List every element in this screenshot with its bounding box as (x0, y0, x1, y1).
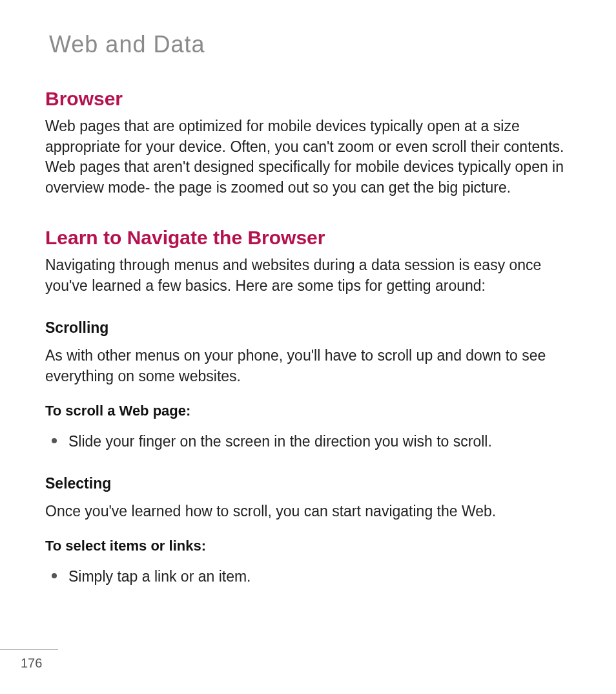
selecting-body-text: Once you've learned how to scroll, you c… (45, 501, 571, 522)
selecting-bullet-list: Simply tap a link or an item. (45, 566, 571, 587)
chapter-title: Web and Data (49, 31, 571, 58)
scrolling-instruction-label: To scroll a Web page: (45, 403, 571, 419)
manual-page: Web and Data Browser Web pages that are … (0, 0, 616, 694)
footer-divider (0, 649, 58, 650)
list-item: Slide your finger on the screen in the d… (45, 431, 571, 452)
section-title-navigate: Learn to Navigate the Browser (45, 227, 571, 249)
navigate-body-text: Navigating through menus and websites du… (45, 255, 571, 296)
page-number: 176 (0, 656, 42, 671)
list-item: Simply tap a link or an item. (45, 566, 571, 587)
subheading-scrolling: Scrolling (45, 319, 571, 337)
scrolling-bullet-list: Slide your finger on the screen in the d… (45, 431, 571, 452)
scrolling-body-text: As with other menus on your phone, you'l… (45, 346, 571, 386)
section-title-browser: Browser (45, 88, 571, 110)
selecting-instruction-label: To select items or links: (45, 538, 571, 554)
browser-body-text: Web pages that are optimized for mobile … (45, 116, 571, 198)
subheading-selecting: Selecting (45, 475, 571, 492)
